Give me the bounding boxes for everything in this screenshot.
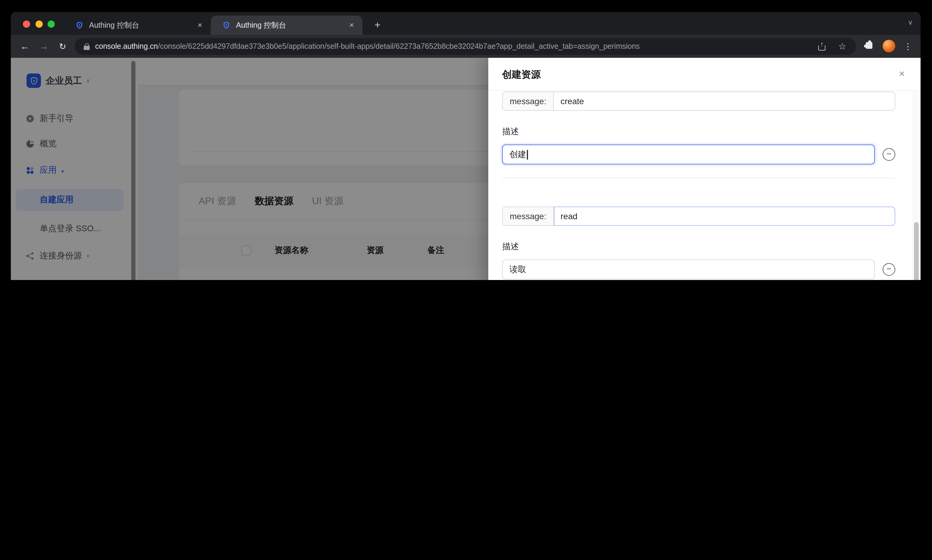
browser-menu-icon[interactable]: ⋮ bbox=[903, 40, 913, 53]
remove-row-icon[interactable]: − bbox=[883, 263, 895, 276]
message-group-read: message: read bbox=[502, 206, 895, 226]
drawer-header: 创建资源 × bbox=[488, 58, 921, 91]
address-bar[interactable]: console.authing.cn/console/6225dd4297dfd… bbox=[75, 38, 856, 55]
message-prefix: message: bbox=[503, 92, 554, 110]
url-host: console.authing.cn bbox=[95, 42, 158, 51]
back-button[interactable]: ← bbox=[18, 40, 31, 53]
message-prefix: message: bbox=[503, 207, 554, 225]
create-resource-drawer: 创建资源 × message: create 描述 创建 − messag bbox=[488, 58, 921, 280]
browser-tab-2-active[interactable]: Authing 控制台 × bbox=[211, 15, 363, 35]
browser-toolbar: ← → ↻ console.authing.cn/console/6225dd4… bbox=[11, 35, 921, 58]
tab-close-icon[interactable]: × bbox=[195, 20, 205, 30]
browser-tab-strip: Authing 控制台 × Authing 控制台 × + ∨ bbox=[11, 12, 921, 35]
tab-title: Authing 控制台 bbox=[89, 20, 195, 31]
screenshot-stage: Authing 控制台 × Authing 控制台 × + ∨ ← → ↻ co… bbox=[0, 0, 932, 280]
authing-favicon bbox=[222, 21, 231, 29]
lock-icon bbox=[84, 43, 90, 50]
browser-window: Authing 控制台 × Authing 控制台 × + ∨ ← → ↻ co… bbox=[11, 12, 921, 280]
bookmark-star-icon[interactable]: ☆ bbox=[837, 41, 848, 52]
drawer-scrollbar-track[interactable] bbox=[912, 91, 921, 280]
text-caret bbox=[527, 150, 528, 159]
window-close-button[interactable] bbox=[23, 20, 30, 28]
message-group-create: message: create bbox=[502, 92, 895, 111]
authing-favicon bbox=[75, 21, 84, 29]
close-icon[interactable]: × bbox=[896, 68, 908, 80]
window-zoom-button[interactable] bbox=[48, 20, 55, 28]
drawer-scrollbar-thumb[interactable] bbox=[914, 222, 919, 280]
browser-tab-1[interactable]: Authing 控制台 × bbox=[64, 15, 211, 35]
url-path: /console/6225dd4297dfdae373e3b0e5/applic… bbox=[158, 42, 640, 51]
extensions-icon[interactable] bbox=[865, 42, 873, 49]
description-label: 描述 bbox=[502, 125, 895, 138]
description-input-create[interactable]: 创建 bbox=[502, 145, 875, 165]
console-page: 企业员工 ∨ 新手引导 概览 应用 ▴ 自建应用 单点登录 SSO... bbox=[11, 58, 921, 280]
description-label: 描述 bbox=[502, 240, 895, 254]
message-input-read[interactable]: read bbox=[554, 206, 895, 226]
message-input-create[interactable]: create bbox=[554, 92, 895, 110]
reload-button[interactable]: ↻ bbox=[56, 40, 69, 53]
description-input-read[interactable]: 读取 bbox=[502, 260, 875, 279]
drawer-body: message: create 描述 创建 − message: read 描述… bbox=[488, 91, 921, 280]
new-tab-button[interactable]: + bbox=[371, 18, 384, 32]
tab-title: Authing 控制台 bbox=[236, 20, 347, 31]
tab-close-icon[interactable]: × bbox=[347, 20, 357, 30]
share-icon[interactable]: ↑ bbox=[818, 42, 826, 51]
remove-row-icon[interactable]: − bbox=[883, 148, 895, 161]
url-text: console.authing.cn/console/6225dd4297dfd… bbox=[95, 42, 818, 51]
forward-button[interactable]: → bbox=[37, 40, 51, 53]
profile-avatar[interactable] bbox=[883, 40, 895, 52]
window-minimize-button[interactable] bbox=[35, 20, 43, 28]
drawer-title: 创建资源 bbox=[502, 69, 541, 81]
tab-search-chevron-icon[interactable]: ∨ bbox=[908, 18, 913, 26]
